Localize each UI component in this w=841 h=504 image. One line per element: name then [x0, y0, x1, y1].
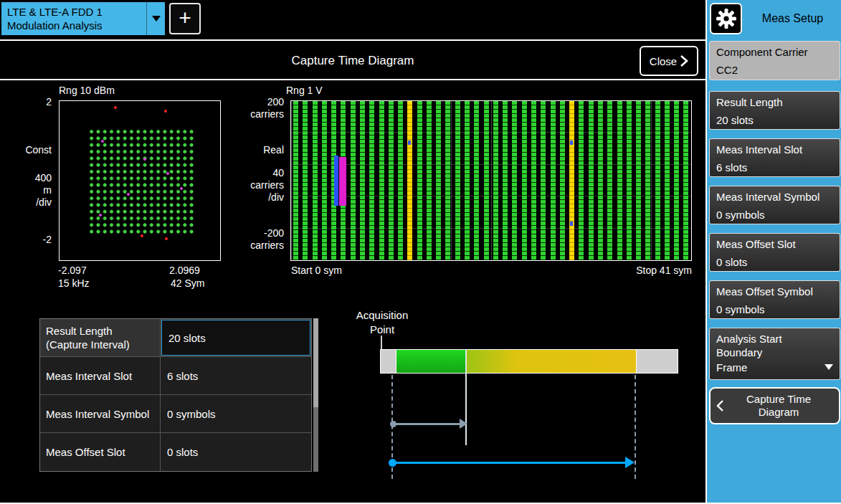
sidebar-button-meas-interval-slot[interactable]: Meas Interval Slot 6 slots: [709, 138, 840, 177]
table-row-value: 0 symbols: [161, 395, 311, 432]
button-label: Meas Offset Symbol: [716, 285, 833, 298]
const-scale-value-label: 400: [20, 172, 52, 184]
table-row[interactable]: Result Length (Capture Interval) 20 slot…: [40, 319, 311, 357]
button-label: Component Carrier: [716, 45, 833, 59]
post-capture-segment: [636, 350, 678, 373]
outlier-dot: [143, 158, 146, 161]
outlier-dot: [101, 140, 104, 143]
sidebar-button-meas-offset-symbol[interactable]: Meas Offset Symbol 0 symbols: [709, 280, 840, 319]
table-row[interactable]: Meas Offset Slot 0 slots: [40, 433, 311, 471]
carrier-scale-value: 40: [252, 167, 284, 179]
const-spacing-label: 15 kHz: [58, 277, 90, 289]
constellation-points: [88, 128, 194, 234]
const-symbols-label: 42 Sym: [171, 277, 204, 289]
meas-interval-arrow-head: [460, 419, 467, 429]
acquisition-label-line1: Acquisition: [351, 308, 414, 323]
table-scrollbar[interactable]: [313, 318, 318, 472]
settings-gear-button[interactable]: [710, 3, 742, 34]
outlier-dot: [165, 237, 168, 240]
carrier-range-label: Rng 1 V: [286, 85, 323, 96]
table-row-value: 0 slots: [161, 433, 311, 471]
tab-meas-setup[interactable]: Meas Setup: [744, 0, 841, 37]
acquisition-label-line2: Point: [351, 323, 414, 337]
table-row-label: Meas Interval Slot: [40, 357, 161, 394]
pre-capture-segment: [381, 350, 396, 373]
const-y-bottom-label: -2: [22, 234, 52, 245]
meas-interval-boundary-line: [465, 349, 467, 445]
const-scale-unit-label: m: [20, 184, 52, 196]
scrollbar-thumb[interactable]: [313, 318, 318, 407]
sidebar-button-result-length[interactable]: Result Length 20 slots: [709, 91, 840, 130]
const-x-max-label: 2.0969: [169, 265, 200, 276]
chevron-down-icon: [152, 16, 161, 22]
blue-marker-bar: [334, 156, 338, 206]
yellow-symbol-bar: [569, 101, 574, 260]
result-end-dashed-line: [635, 375, 636, 479]
blue-dot: [570, 141, 573, 145]
button-label: Meas Offset Slot: [716, 237, 833, 251]
button-value: Frame: [716, 361, 833, 374]
carrier-y-name: Real: [252, 144, 284, 156]
table-row-label: Meas Interval Symbol: [40, 395, 161, 432]
mode-name: LTE & LTE-A FDD 1: [7, 5, 159, 19]
carrier-y-top-value: 200: [252, 96, 284, 108]
magenta-marker-bar: [339, 157, 346, 206]
carrier-bars: [291, 101, 691, 260]
result-length-arrow-line: [394, 462, 627, 464]
capture-button-line1: Capture Time: [724, 393, 833, 406]
chevron-right-icon: [680, 54, 688, 68]
capture-interval-bar: [380, 349, 678, 374]
acquisition-point-label: Acquisition Point: [351, 308, 414, 337]
button-value: CC2: [716, 63, 833, 77]
button-label: Capture Time Diagram: [724, 393, 833, 419]
carrier-plot: [290, 100, 692, 261]
button-label: Meas Interval Slot: [716, 143, 833, 156]
sidebar-button-meas-interval-symbol[interactable]: Meas Interval Symbol 0 symbols: [709, 186, 840, 224]
const-range-label: Rng 10 dBm: [59, 85, 115, 96]
blue-dot: [570, 222, 573, 226]
meas-interval-arrow-line: [394, 423, 461, 425]
capture-button-line2: Diagram: [724, 406, 833, 419]
carrier-x-stop-label: Stop 41 sym: [624, 265, 692, 276]
button-value: 20 slots: [716, 113, 833, 127]
outlier-dot: [180, 187, 183, 190]
view-header: Capture Time Diagram Close: [0, 39, 705, 80]
close-button[interactable]: Close: [640, 46, 698, 76]
button-value: 6 slots: [716, 161, 833, 174]
measurement-name: Modulation Analysis: [7, 19, 159, 32]
button-value: 0 slots: [716, 255, 833, 269]
blue-dot: [408, 141, 411, 145]
table-row[interactable]: Meas Interval Slot 6 slots: [40, 357, 311, 395]
constellation-plot: [59, 100, 221, 261]
sidebar-button-analysis-start-boundary[interactable]: Analysis Start Boundary Frame: [709, 328, 840, 380]
mode-dropdown-zone[interactable]: [146, 2, 165, 35]
result-length-arrow-head: [625, 457, 635, 468]
close-button-label: Close: [650, 55, 677, 67]
outlier-dot: [127, 193, 130, 196]
carrier-y-bottom-value: -200: [247, 227, 284, 239]
outlier-dot: [141, 234, 143, 237]
carrier-y-bottom-unit: carriers: [242, 239, 284, 251]
table-row[interactable]: Meas Interval Symbol 0 symbols: [40, 395, 311, 433]
add-tab-button[interactable]: +: [169, 3, 201, 34]
outlier-dot: [164, 110, 167, 113]
const-y-top-label: 2: [22, 96, 52, 108]
table-row-label: Result Length (Capture Interval): [40, 319, 161, 356]
outlier-dot: [114, 106, 117, 109]
table-row-value: 6 slots: [161, 357, 311, 394]
meas-interval-segment: [396, 350, 465, 373]
analyzer-screen: LTE & LTE-A FDD 1 Modulation Analysis + …: [0, 0, 841, 504]
chevron-down-icon: [825, 364, 833, 370]
capture-settings-table: Result Length (Capture Interval) 20 slot…: [39, 318, 312, 472]
sidebar-button-capture-time-diagram[interactable]: Capture Time Diagram: [709, 387, 840, 424]
table-row-label: Meas Offset Slot: [40, 433, 161, 471]
button-label: Meas Interval Symbol: [716, 190, 833, 204]
mode-selector-button[interactable]: LTE & LTE-A FDD 1 Modulation Analysis: [1, 2, 165, 35]
outlier-dot: [166, 172, 169, 175]
const-x-min-label: -2.097: [58, 265, 87, 276]
button-label: Result Length: [716, 95, 833, 109]
sidebar-button-meas-offset-slot[interactable]: Meas Offset Slot 0 slots: [709, 233, 840, 272]
button-value: 0 symbols: [716, 208, 833, 222]
sidebar-button-component-carrier[interactable]: Component Carrier CC2: [709, 41, 840, 80]
carrier-scale-unit: carriers: [242, 179, 284, 191]
